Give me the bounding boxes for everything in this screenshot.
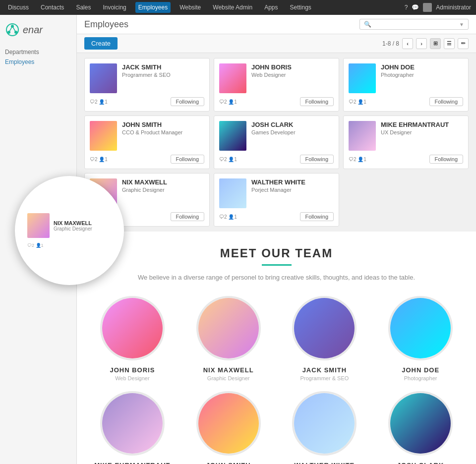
pager-next[interactable]: › <box>416 38 427 49</box>
employee-name: JACK SMITH <box>122 63 204 71</box>
toolbar: Create 1-8 / 8 ‹ › ⊞ ☰ ✏ <box>77 34 476 53</box>
sidebar-item-employees[interactable]: Employees <box>5 57 71 67</box>
zoom-card: NIX MAXWELL Graphic Designer 🗩2 👤1 <box>20 181 119 280</box>
nav-sales[interactable]: Sales <box>73 2 94 13</box>
table-row: MIKE EHRMANTRAUT UX Designer 🗩2 👤1 Follo… <box>343 116 469 169</box>
team-member-role: Graphic Designer <box>207 375 250 381</box>
social-count: 🗩2 👤1 <box>219 214 237 220</box>
employee-photo <box>219 178 246 208</box>
search-dropdown-arrow[interactable]: ▼ <box>459 22 464 27</box>
view-edit[interactable]: ✏ <box>458 38 469 49</box>
follow-button[interactable]: Following <box>171 212 204 221</box>
sidebar-item-departments[interactable]: Departments <box>5 47 71 57</box>
employee-photo <box>219 121 246 151</box>
employee-title: Porject Manager <box>251 187 334 193</box>
team-member-role: Programmer & SEO <box>300 375 349 381</box>
nav-employees[interactable]: Employees <box>135 2 171 13</box>
nav-settings[interactable]: Settings <box>287 2 314 13</box>
search-bar[interactable]: 🔍 ▼ <box>359 19 469 30</box>
employee-name: WALTHER WHITE <box>251 178 334 186</box>
sidebar-menu: Departments Employees <box>5 47 71 67</box>
list-item: JOHN DOE Photographer <box>375 296 466 381</box>
social-count: 🗩2 👤1 <box>90 99 108 105</box>
social-count: 🗩2 👤1 <box>349 157 366 162</box>
table-row: JACK SMITH Programmer & SEO 🗩2 👤1 Follow… <box>84 58 210 112</box>
pager-prev[interactable]: ‹ <box>402 38 413 49</box>
team-photo <box>196 391 261 456</box>
logo: enar <box>5 22 71 37</box>
follow-button[interactable]: Following <box>171 155 204 164</box>
title-underline <box>262 264 292 266</box>
zoom-photo <box>27 213 50 238</box>
zoom-card-top: NIX MAXWELL Graphic Designer <box>27 213 92 238</box>
view-list[interactable]: ☰ <box>444 38 455 49</box>
nav-discuss[interactable]: Discuss <box>5 2 32 13</box>
content-area: Employees 🔍 ▼ Create 1-8 / 8 ‹ › ⊞ ☰ ✏ <box>77 15 476 464</box>
employee-name: JOSH CLARK <box>251 121 334 128</box>
svg-line-4 <box>9 26 12 32</box>
employee-name: JOHN DOE <box>381 63 463 71</box>
nav-apps[interactable]: Apps <box>261 2 281 13</box>
employee-name: JOHN SMITH <box>122 121 204 128</box>
follow-button[interactable]: Following <box>429 97 463 106</box>
table-row: JOSH CLARK Games Developer 🗩2 👤1 Followi… <box>214 116 339 169</box>
zoom-social: 🗩2 👤1 <box>27 243 44 248</box>
team-member-name: NIX MAXWELL <box>203 366 254 374</box>
nav-contacts[interactable]: Contacts <box>38 2 67 13</box>
employee-name: NIX MAXWELL <box>122 178 204 186</box>
nav-website-admin[interactable]: Website Admin <box>210 2 255 13</box>
employee-photo <box>349 63 376 93</box>
employee-title: UX Designer <box>381 129 463 135</box>
employee-title: Games Developer <box>251 129 334 135</box>
team-member-name: JOHN SMITH <box>206 462 251 464</box>
employee-photo <box>219 63 246 93</box>
search-input[interactable] <box>371 21 457 28</box>
team-member-name: WALTHER WHITE <box>294 462 355 464</box>
team-member-name: JOSH CLARK <box>397 462 444 464</box>
list-item: JOHN SMITH CCO & Product Manager <box>183 391 274 464</box>
follow-button[interactable]: Following <box>429 155 463 164</box>
employee-info: NIX MAXWELL Graphic Designer <box>122 178 204 193</box>
follow-button[interactable]: Following <box>300 155 334 164</box>
employee-name: MIKE EHRMANTRAUT <box>381 121 463 128</box>
list-item: WALTHER WHITE Porject Manager <box>279 391 370 464</box>
social-count: 🗩2 👤1 <box>219 157 237 162</box>
employee-info: JOSH CLARK Games Developer <box>251 121 334 135</box>
nav-website[interactable]: Website <box>177 2 204 13</box>
team-photo <box>292 296 357 360</box>
create-button[interactable]: Create <box>84 37 118 50</box>
nav-invoicing[interactable]: Invoicing <box>100 2 129 13</box>
team-member-role: Web Designer <box>115 375 150 381</box>
pager-count: 1-8 / 8 <box>382 40 399 47</box>
chat-icon[interactable]: 💬 <box>412 4 419 11</box>
follow-button[interactable]: Following <box>300 97 334 106</box>
list-item: MIKE EHRMANTRAUT UX Designer <box>87 391 178 464</box>
avatar <box>423 3 432 12</box>
view-kanban[interactable]: ⊞ <box>430 38 441 49</box>
team-photo <box>388 391 453 456</box>
website-section: MEET OUR TEAM We believe in a diverse ra… <box>77 232 476 464</box>
table-row: JOHN BORIS Web Designer 🗩2 👤1 Following <box>214 58 339 112</box>
team-photo <box>100 296 165 360</box>
section-title: MEET OUR TEAM <box>87 246 466 260</box>
social-count: 🗩2 👤1 <box>90 157 108 162</box>
help-icon[interactable]: ? <box>405 4 408 11</box>
team-member-role: Photographer <box>404 375 437 381</box>
search-icon: 🔍 <box>364 21 371 28</box>
list-item: NIX MAXWELL Graphic Designer <box>183 296 274 381</box>
team-photo <box>196 296 261 360</box>
employee-info: MIKE EHRMANTRAUT UX Designer <box>381 121 463 135</box>
follow-button[interactable]: Following <box>171 97 204 106</box>
employee-title: Graphic Designer <box>122 187 204 193</box>
list-item: JACK SMITH Programmer & SEO <box>279 296 370 381</box>
table-row: WALTHER WHITE Porject Manager 🗩2 👤1 Foll… <box>214 173 339 227</box>
top-navigation: Discuss Contacts Sales Invoicing Employe… <box>0 0 476 15</box>
pager: 1-8 / 8 ‹ › ⊞ ☰ ✏ <box>382 38 469 49</box>
logo-icon <box>5 22 20 37</box>
page-title: Employees <box>84 19 355 30</box>
top-nav-right: ? 💬 Administrator <box>405 3 471 12</box>
employee-info: JOHN SMITH CCO & Product Manager <box>122 121 204 135</box>
follow-button[interactable]: Following <box>300 212 334 221</box>
team-member-name: JACK SMITH <box>302 366 347 374</box>
zoom-name: NIX MAXWELL <box>54 220 92 226</box>
